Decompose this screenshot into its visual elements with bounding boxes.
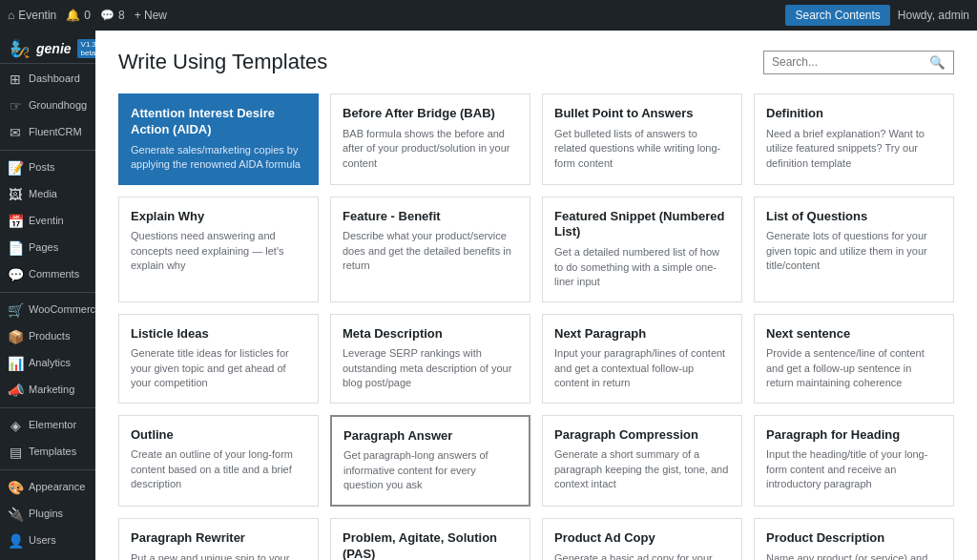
media-icon: 🖼 (8, 187, 23, 202)
sidebar-item-elementor[interactable]: ◈ Elementor (0, 412, 95, 439)
sidebar-item-groundhogg[interactable]: ☞ Groundhogg (0, 93, 95, 119)
sidebar-item-products[interactable]: 📦 Products (0, 323, 95, 350)
search-submit-button[interactable]: 🔍 (929, 55, 946, 70)
template-name: Paragraph Compression (554, 427, 730, 444)
template-desc: Describe what your product/service does … (343, 229, 518, 273)
search-box[interactable]: 🔍 (763, 51, 954, 74)
sidebar-sep-4 (0, 469, 95, 470)
template-name: Definition (766, 106, 942, 122)
template-card[interactable]: Paragraph RewriterPut a new and unique s… (118, 518, 319, 560)
analytics-icon: 📊 (8, 356, 23, 371)
template-card[interactable]: Feature - BenefitDescribe what your prod… (330, 197, 530, 302)
template-name: Before After Bridge (BAB) (343, 106, 518, 122)
template-card[interactable]: Paragraph CompressionGenerate a short su… (542, 415, 742, 507)
pages-icon: 📄 (8, 240, 23, 256)
template-card[interactable]: Product Ad CopyGenerate a basic ad copy … (542, 518, 742, 560)
users-icon: 👤 (8, 533, 23, 549)
template-name: List of Questions (766, 209, 942, 225)
sidebar-item-comments[interactable]: 💬 Comments (0, 261, 95, 288)
sidebar-item-media[interactable]: 🖼 Media (0, 181, 95, 208)
template-name: Paragraph Rewriter (131, 530, 306, 547)
search-input[interactable] (772, 55, 925, 69)
template-desc: Get paragraph-long answers of informativ… (343, 448, 517, 492)
template-desc: Need a brief explanation? Want to utiliz… (766, 127, 942, 171)
template-card[interactable]: Paragraph AnswerGet paragraph-long answe… (330, 415, 530, 507)
template-card[interactable]: Problem, Agitate, Solution (PAS)Make use… (330, 518, 530, 560)
bell-icon: 🔔 (66, 9, 80, 22)
marketing-icon: 📣 (8, 383, 23, 398)
sidebar-item-eventin[interactable]: 📅 Eventin (0, 208, 95, 235)
products-icon: 📦 (8, 329, 23, 344)
sidebar-item-templates[interactable]: ▤ Templates (0, 439, 95, 466)
template-card[interactable]: DefinitionNeed a brief explanation? Want… (754, 93, 954, 185)
admin-bar-comments[interactable]: 💬 8 (100, 9, 125, 22)
sidebar-logo: 🧞 genie V1.3.0 beta 1 (0, 31, 95, 64)
eventin-menu-icon: 📅 (8, 214, 23, 229)
search-contents-button[interactable]: Search Contents (785, 5, 889, 26)
template-desc: Name any product (or service) and get Ge… (766, 551, 942, 560)
wp-layout: 🧞 genie V1.3.0 beta 1 ⊞ Dashboard ☞ Grou… (0, 31, 977, 560)
template-desc: Generate lots of questions for your give… (766, 229, 942, 273)
template-desc: Generate a basic ad copy for your produc… (554, 551, 730, 560)
template-card[interactable]: Featured Snippet (Numbered List)Get a de… (542, 197, 742, 302)
template-card[interactable]: List of QuestionsGenerate lots of questi… (754, 197, 954, 302)
template-name: Paragraph Answer (343, 428, 517, 445)
template-card[interactable]: OutlineCreate an outline of your long-fo… (118, 415, 319, 507)
template-card[interactable]: Paragraph for HeadingInput the heading/t… (754, 415, 954, 507)
admin-bar-eventin[interactable]: ⌂ Eventin (8, 9, 56, 22)
template-desc: Questions need answering and concepts ne… (131, 229, 306, 273)
template-desc: Provide a sentence/line of content and g… (766, 346, 942, 390)
template-card[interactable]: Attention Interest Desire Action (AIDA)G… (118, 93, 319, 185)
groundhogg-icon: ☞ (8, 98, 23, 114)
template-name: Bullet Point to Answers (554, 106, 730, 122)
template-desc: Input your paragraph/lines of content an… (554, 346, 730, 390)
template-desc: Input the heading/title of your long-for… (766, 447, 942, 491)
template-name: Next sentence (766, 326, 942, 342)
templates-grid: Attention Interest Desire Action (AIDA)G… (118, 93, 954, 560)
admin-bar-left: ⌂ Eventin 🔔 0 💬 8 + New (8, 9, 774, 22)
template-desc: Leverage SERP rankings with outstanding … (343, 346, 518, 390)
template-card[interactable]: Bullet Point to AnswersGet bulleted list… (542, 93, 742, 185)
sidebar-item-fluentcrm[interactable]: ✉ FluentCRM (0, 119, 95, 146)
sidebar-item-woocommerce[interactable]: 🛒 WooCommerce (0, 297, 95, 323)
admin-bar-new[interactable]: + New (135, 9, 167, 22)
template-card[interactable]: Next ParagraphInput your paragraph/lines… (542, 314, 742, 404)
template-name: Feature - Benefit (343, 209, 518, 225)
template-card[interactable]: Explain WhyQuestions need answering and … (118, 197, 319, 302)
search-icon: 🔍 (929, 55, 946, 70)
template-name: Product Ad Copy (554, 530, 730, 547)
admin-bar-notifications[interactable]: 🔔 0 (66, 9, 91, 22)
template-card[interactable]: Product DescriptionName any product (or … (754, 518, 954, 560)
template-name: Paragraph for Heading (766, 427, 942, 444)
template-desc: Create an outline of your long-form cont… (131, 447, 306, 491)
sidebar-item-users[interactable]: 👤 Users (0, 528, 95, 554)
template-card[interactable]: Listicle IdeasGenerate title ideas for l… (118, 314, 319, 404)
sidebar-item-marketing[interactable]: 📣 Marketing (0, 377, 95, 404)
template-name: Outline (131, 427, 306, 444)
template-desc: Get bulleted lists of answers to related… (554, 127, 730, 171)
template-name: Featured Snippet (Numbered List) (554, 209, 730, 241)
comments-icon: 💬 (8, 267, 23, 282)
admin-bar: ⌂ Eventin 🔔 0 💬 8 + New Search Contents … (0, 0, 977, 31)
sidebar-item-plugins[interactable]: 🔌 Plugins (0, 501, 95, 528)
sidebar-item-dashboard[interactable]: ⊞ Dashboard (0, 66, 95, 93)
template-card[interactable]: Next sentenceProvide a sentence/line of … (754, 314, 954, 404)
sidebar-item-appearance[interactable]: 🎨 Appearance (0, 474, 95, 501)
page-header: Write Using Templates 🔍 (118, 50, 954, 74)
sidebar-sep-3 (0, 407, 95, 408)
template-name: Problem, Agitate, Solution (PAS) (343, 530, 518, 560)
woocommerce-icon: 🛒 (8, 302, 23, 318)
appearance-icon: 🎨 (8, 480, 23, 495)
page-title: Write Using Templates (118, 50, 327, 74)
sidebar-sep-2 (0, 292, 95, 293)
plugins-icon: 🔌 (8, 507, 23, 522)
sidebar-item-pages[interactable]: 📄 Pages (0, 235, 95, 261)
template-desc: Generate sales/marketing copies by apply… (131, 143, 306, 173)
sidebar-item-tools[interactable]: 🔧 Tools (0, 554, 95, 560)
template-desc: Generate title ideas for listicles for y… (131, 346, 306, 390)
template-card[interactable]: Meta DescriptionLeverage SERP rankings w… (330, 314, 530, 404)
main-content: Write Using Templates 🔍 Attention Intere… (95, 31, 977, 560)
sidebar-item-analytics[interactable]: 📊 Analytics (0, 350, 95, 377)
template-card[interactable]: Before After Bridge (BAB)BAB formula sho… (330, 93, 530, 185)
sidebar-item-posts[interactable]: 📝 Posts (0, 155, 95, 181)
